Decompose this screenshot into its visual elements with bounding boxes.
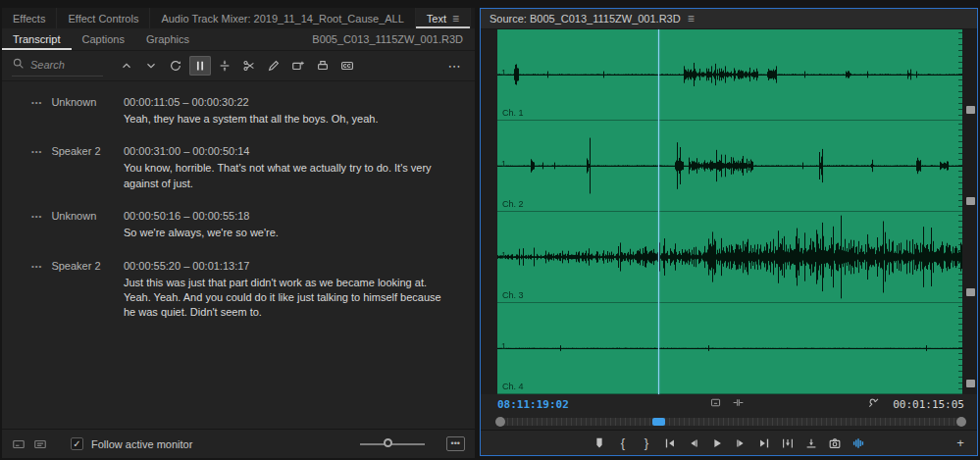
export-transcript-button[interactable] — [312, 56, 334, 76]
text-size-slider[interactable] — [360, 443, 425, 445]
create-caption-clip-button[interactable] — [287, 56, 309, 76]
overwrite-button[interactable] — [800, 434, 822, 453]
zoom-track[interactable] — [497, 418, 964, 426]
caption-block-icon[interactable] — [12, 437, 26, 451]
more-options-button[interactable]: ⋯ — [443, 56, 465, 76]
gain-ruler-cell — [962, 303, 977, 394]
gain-handle[interactable] — [966, 288, 975, 296]
output-settings-icon[interactable] — [709, 395, 722, 413]
playhead[interactable] — [658, 29, 659, 394]
speaker-name: Speaker 2 — [51, 260, 100, 272]
mark-in-button[interactable]: { — [612, 434, 634, 453]
follow-active-monitor-label: Follow active monitor — [91, 438, 192, 450]
speaker-name: Unknown — [51, 96, 96, 108]
zoom-handle-right[interactable] — [956, 417, 966, 427]
drag-audio-button[interactable] — [848, 434, 869, 453]
search-field[interactable] — [12, 56, 103, 77]
gain-handle[interactable] — [966, 106, 975, 114]
split-segments-button[interactable] — [238, 56, 260, 76]
transport-controls: {}+ — [481, 430, 977, 455]
segment-text: Just this was just that part didn't work… — [124, 276, 455, 321]
text-panel-footer: ✓ Follow active monitor ••• — [2, 429, 475, 458]
channel-label: Ch. 1 — [502, 108, 524, 118]
segment-options-button[interactable]: ••• — [31, 260, 42, 271]
in-out-duration: 00:01:15:05 — [893, 398, 964, 411]
insert-button[interactable] — [777, 434, 799, 453]
pause-segments-button[interactable] — [189, 56, 211, 76]
fit-zoom-icon[interactable] — [732, 395, 745, 413]
subtab-captions[interactable]: Captions — [72, 28, 135, 50]
audio-waveform-area[interactable]: 1Ch. 11Ch. 21Ch. 31Ch. 4 — [497, 29, 962, 394]
panel-menu-icon[interactable]: ≡ — [452, 12, 459, 26]
panel-tab-audio-track-mixer-2019-1[interactable]: Audio Track Mixer: 2019_11_14_Root_Cause… — [150, 8, 415, 28]
current-timecode[interactable]: 08:11:19:02 — [497, 398, 569, 411]
mark-out-button[interactable]: } — [636, 434, 657, 453]
panel-menu-icon[interactable]: ≡ — [688, 12, 695, 26]
channel-label: Ch. 3 — [502, 290, 524, 300]
transcript-segment[interactable]: •••Unknown00:00:50:16 – 00:00:55:18So we… — [2, 203, 475, 252]
segment-options-button[interactable]: ••• — [31, 96, 42, 107]
waveform-canvas — [497, 303, 962, 393]
audio-channel-1[interactable]: 1Ch. 1 — [497, 29, 962, 121]
db-ruler-ticks — [958, 124, 962, 208]
panel-tab-text[interactable]: Text≡ — [416, 8, 471, 28]
source-monitor-header[interactable]: Source: B005_C013_1115ZW_001.R3D ≡ — [481, 9, 977, 29]
follow-active-monitor-checkbox[interactable]: ✓ — [71, 437, 83, 450]
channel-label: Ch. 4 — [502, 382, 524, 391]
audio-channel-3[interactable]: 1Ch. 3 — [497, 212, 962, 303]
segment-options-button[interactable]: ••• — [31, 210, 42, 221]
gain-ruler-cell — [962, 212, 977, 303]
step-back-button[interactable] — [683, 434, 704, 453]
zoom-handle-left[interactable] — [495, 417, 505, 427]
transcript-segment[interactable]: •••Speaker 200:00:55:20 – 00:01:13:17Jus… — [2, 253, 475, 332]
segment-content: 00:00:31:00 – 00:00:50:14You know, horri… — [124, 145, 475, 191]
audio-channel-4[interactable]: 1Ch. 4 — [497, 303, 962, 394]
waveform-canvas — [497, 121, 962, 211]
panel-tab-label: Text — [427, 13, 446, 25]
settings-wrench-icon[interactable] — [867, 395, 880, 413]
channel-label: Ch. 2 — [502, 199, 524, 209]
segment-options-button[interactable]: ••• — [31, 145, 42, 156]
segment-text: Yeah, they have a system that all the bo… — [124, 112, 455, 127]
go-to-in-button[interactable] — [659, 434, 681, 453]
segment-content: 00:00:11:05 – 00:00:30:22Yeah, they have… — [124, 96, 475, 127]
premiere-window: EffectsEffect ControlsAudio Track Mixer:… — [0, 0, 980, 460]
segment-speaker: •••Unknown — [2, 210, 124, 240]
step-forward-button[interactable] — [730, 434, 751, 453]
transcript-segment[interactable]: •••Unknown00:00:11:05 – 00:00:30:22Yeah,… — [2, 89, 475, 138]
search-input[interactable] — [30, 59, 103, 71]
gain-handle[interactable] — [966, 380, 975, 387]
gain-ruler-cell — [962, 121, 977, 212]
segment-speaker: •••Unknown — [2, 96, 124, 127]
playhead-indicator[interactable] — [652, 418, 665, 426]
edit-transcript-button[interactable] — [263, 56, 284, 76]
search-icon — [12, 56, 25, 74]
export-frame-button[interactable] — [824, 434, 846, 453]
panel-tab-effect-controls[interactable]: Effect Controls — [57, 8, 150, 28]
waveform-left-gutter — [481, 29, 497, 394]
create-captions-button[interactable] — [336, 56, 358, 76]
slider-knob[interactable] — [384, 438, 392, 447]
transcript-clip-name: B005_C013_1115ZW_001.R3D — [312, 33, 475, 45]
audio-channel-2[interactable]: 1Ch. 2 — [497, 121, 962, 212]
transcript-segment[interactable]: •••Speaker 200:00:31:00 – 00:00:50:14You… — [2, 138, 475, 203]
gain-handle[interactable] — [966, 197, 975, 205]
button-editor-button[interactable]: + — [950, 434, 971, 453]
caption-style-icon[interactable] — [33, 437, 47, 451]
panel-tab-effects[interactable]: Effects — [2, 8, 57, 28]
subtab-graphics[interactable]: Graphics — [135, 28, 200, 50]
add-marker-button[interactable] — [589, 434, 610, 453]
go-to-out-button[interactable] — [753, 434, 775, 453]
previous-result-button[interactable] — [116, 56, 137, 76]
segment-speaker: •••Speaker 2 — [2, 145, 124, 191]
button-editor-button[interactable]: ••• — [446, 436, 465, 451]
merge-segments-button[interactable] — [214, 56, 235, 76]
zoom-scrollbar[interactable] — [481, 414, 977, 430]
subtab-transcript[interactable]: Transcript — [2, 28, 72, 50]
refresh-transcript-button[interactable] — [165, 56, 186, 76]
next-result-button[interactable] — [140, 56, 162, 76]
segment-text: You know, horrible. That's not what we a… — [124, 161, 455, 191]
transcript-list: •••Unknown00:00:11:05 – 00:00:30:22Yeah,… — [2, 81, 475, 429]
db-ruler-ticks — [958, 306, 962, 390]
play-button[interactable] — [706, 434, 728, 453]
